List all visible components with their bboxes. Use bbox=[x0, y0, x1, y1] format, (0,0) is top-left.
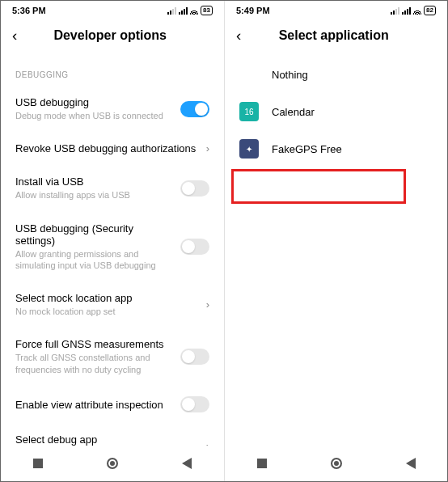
row-title: Force full GNSS measurements bbox=[15, 338, 172, 350]
app-icon bbox=[239, 65, 259, 84]
back-button[interactable]: ‹ bbox=[236, 27, 241, 44]
status-bar: 5:36 PM 83 bbox=[1, 1, 224, 20]
app-row[interactable]: ✦FakeGPS Free bbox=[225, 130, 447, 167]
home-button[interactable] bbox=[331, 458, 342, 469]
application-list[interactable]: Nothing16Calendar✦FakeGPS Free bbox=[225, 56, 447, 446]
row-title: Select debug app bbox=[15, 433, 198, 446]
toggle-switch[interactable] bbox=[180, 101, 209, 117]
settings-row[interactable]: Force full GNSS measurementsTrack all GN… bbox=[1, 328, 224, 386]
row-title: Revoke USB debugging authorizations bbox=[15, 142, 198, 154]
chevron-right-icon: › bbox=[206, 298, 209, 311]
row-subtitle: Allow installing apps via USB bbox=[15, 189, 172, 201]
settings-row[interactable]: Select mock location appNo mock location… bbox=[1, 281, 224, 328]
recents-button[interactable] bbox=[257, 459, 267, 468]
status-time: 5:49 PM bbox=[236, 6, 270, 15]
highlight-fakegps bbox=[231, 169, 406, 204]
row-title: Install via USB bbox=[15, 175, 172, 188]
chevron-right-icon: › bbox=[206, 142, 209, 154]
header: ‹ Select application bbox=[225, 20, 447, 56]
settings-row[interactable]: USB debuggingDebug mode when USB is conn… bbox=[1, 86, 224, 132]
signal-icon bbox=[402, 7, 411, 15]
navigation-bar bbox=[225, 446, 447, 481]
app-row[interactable]: Nothing bbox=[225, 56, 447, 93]
signal-icon bbox=[391, 7, 399, 15]
settings-row[interactable]: Select debug appNo debug application set… bbox=[1, 423, 224, 446]
app-icon: ✦ bbox=[239, 139, 259, 159]
toggle-switch[interactable] bbox=[180, 239, 209, 255]
recents-button[interactable] bbox=[33, 459, 43, 468]
wifi-icon bbox=[413, 6, 421, 15]
chevron-right-icon: › bbox=[206, 440, 209, 446]
app-label: Calendar bbox=[272, 106, 315, 118]
toggle-switch[interactable] bbox=[180, 180, 209, 197]
back-nav-button[interactable] bbox=[182, 458, 192, 469]
signal-icon bbox=[167, 7, 176, 15]
settings-list[interactable]: DEBUGGINGUSB debuggingDebug mode when US… bbox=[1, 56, 224, 446]
toggle-switch[interactable] bbox=[180, 396, 209, 412]
row-title: USB debugging (Security settings) bbox=[15, 222, 172, 247]
header: ‹ Developer options bbox=[1, 20, 224, 56]
page-title: Select application bbox=[256, 28, 412, 43]
row-title: USB debugging bbox=[15, 96, 172, 108]
row-subtitle: Track all GNSS constellations and freque… bbox=[15, 352, 172, 375]
app-label: Nothing bbox=[272, 69, 308, 81]
back-button[interactable]: ‹ bbox=[12, 27, 17, 44]
developer-options-screen: 5:36 PM 83 ‹ Developer options DEBUGGING… bbox=[1, 1, 224, 481]
row-subtitle: Debug mode when USB is connected bbox=[15, 110, 172, 121]
row-title: Enable view attribute inspection bbox=[15, 399, 172, 411]
settings-row[interactable]: Install via USBAllow installing apps via… bbox=[1, 165, 224, 211]
row-subtitle: Allow granting permissions and simulatin… bbox=[15, 248, 172, 272]
status-bar: 5:49 PM 82 bbox=[225, 1, 447, 20]
status-time: 5:36 PM bbox=[12, 6, 46, 15]
back-nav-button[interactable] bbox=[406, 458, 416, 469]
settings-row[interactable]: USB debugging (Security settings)Allow g… bbox=[1, 212, 224, 282]
page-title: Developer options bbox=[32, 28, 188, 43]
battery-icon: 83 bbox=[201, 6, 213, 15]
settings-row[interactable]: Enable view attribute inspection bbox=[1, 386, 224, 423]
home-button[interactable] bbox=[107, 458, 118, 469]
row-title: Select mock location app bbox=[15, 292, 198, 304]
app-label: FakeGPS Free bbox=[272, 143, 342, 155]
wifi-icon bbox=[190, 6, 198, 15]
navigation-bar bbox=[1, 446, 224, 481]
status-icons: 83 bbox=[167, 6, 213, 15]
toggle-switch[interactable] bbox=[180, 349, 209, 365]
signal-icon bbox=[179, 7, 188, 15]
section-header-debugging: DEBUGGING bbox=[1, 56, 224, 86]
battery-icon: 82 bbox=[424, 6, 436, 15]
settings-row[interactable]: Revoke USB debugging authorizations› bbox=[1, 132, 224, 165]
status-icons: 82 bbox=[391, 6, 436, 15]
app-icon: 16 bbox=[239, 102, 259, 121]
app-row[interactable]: 16Calendar bbox=[225, 93, 447, 130]
select-application-screen: 5:49 PM 82 ‹ Select application Nothing1… bbox=[224, 1, 447, 481]
row-subtitle: No mock location app set bbox=[15, 306, 198, 317]
